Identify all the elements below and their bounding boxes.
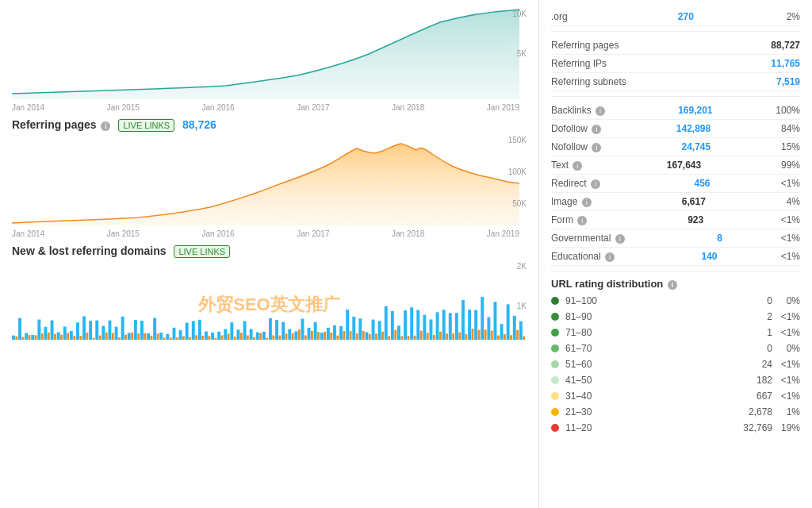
svg-rect-41: [144, 333, 146, 340]
svg-rect-108: [358, 318, 362, 340]
svg-rect-29: [105, 333, 108, 340]
top-chart-wrapper: 10K 5K: [12, 8, 527, 102]
image-info-icon[interactable]: i: [582, 198, 592, 207]
dofollow-info-icon[interactable]: i: [592, 125, 601, 134]
svg-rect-80: [269, 318, 272, 340]
svg-rect-31: [112, 333, 114, 340]
svg-rect-61: [208, 336, 210, 340]
svg-rect-97: [324, 332, 326, 340]
svg-rect-22: [82, 316, 86, 340]
url-rating-count: 2: [741, 311, 772, 322]
url-rating-info-icon[interactable]: i: [668, 280, 677, 290]
svg-rect-134: [442, 310, 446, 340]
svg-rect-113: [375, 333, 377, 340]
svg-rect-104: [346, 310, 349, 340]
svg-rect-64: [217, 332, 220, 340]
svg-rect-67: [228, 333, 230, 340]
svg-rect-20: [76, 322, 79, 340]
svg-rect-107: [356, 333, 358, 340]
referring-ips-stat: 11,765: [753, 58, 800, 69]
svg-rect-46: [159, 333, 163, 340]
org-label: .org: [551, 11, 568, 22]
svg-rect-33: [118, 337, 121, 340]
referring-pages-section: Referring pages i LIVE LINKS 88,726 150K…: [12, 118, 527, 238]
svg-rect-83: [279, 336, 282, 340]
svg-rect-15: [60, 335, 63, 340]
url-rating-count: 0: [741, 295, 772, 306]
url-rating-pct: <1%: [772, 375, 800, 386]
nofollow-info-icon[interactable]: i: [592, 143, 601, 152]
url-rating-header: URL rating distribution i: [551, 278, 800, 290]
svg-rect-56: [192, 321, 195, 340]
url-rating-dot: [551, 360, 559, 368]
svg-rect-58: [198, 320, 201, 340]
educational-info-icon[interactable]: i: [605, 252, 615, 262]
svg-rect-49: [170, 337, 172, 340]
svg-rect-77: [259, 333, 262, 340]
svg-rect-120: [397, 325, 400, 340]
x-label: Jan 2016: [202, 103, 235, 112]
svg-rect-117: [388, 336, 390, 340]
nofollow-pct: 15%: [772, 141, 800, 152]
form-value: 923: [656, 214, 703, 225]
info-icon[interactable]: i: [101, 121, 110, 131]
x-label: Jan 2014: [12, 229, 44, 238]
svg-rect-88: [294, 331, 297, 340]
svg-rect-124: [410, 307, 413, 340]
svg-rect-13: [54, 334, 56, 340]
y-label-10k: 10K: [512, 10, 527, 18]
form-info-icon[interactable]: i: [577, 216, 587, 225]
governmental-pct: <1%: [772, 233, 800, 244]
svg-rect-138: [455, 313, 458, 340]
new-lost-badge: LIVE LINKS: [174, 245, 230, 258]
svg-rect-52: [179, 330, 182, 340]
redirect-pct: <1%: [772, 178, 800, 189]
svg-rect-157: [516, 330, 519, 340]
new-lost-title: New & lost referring domains LIVE LINKS: [12, 244, 527, 257]
svg-rect-5: [29, 335, 31, 340]
url-rating-count: 0: [741, 343, 772, 354]
url-rating-count: 24: [741, 359, 772, 370]
x-label: Jan 2015: [107, 229, 140, 238]
svg-rect-8: [37, 320, 40, 340]
svg-rect-18: [70, 331, 73, 340]
nofollow-label: Nofollow i: [551, 141, 601, 152]
svg-rect-102: [339, 326, 343, 340]
svg-rect-154: [507, 304, 510, 340]
svg-rect-123: [408, 336, 410, 340]
x-label: Jan 2015: [107, 103, 140, 112]
url-rating-pct: 0%: [772, 343, 800, 354]
url-rating-pct: 0%: [772, 295, 800, 306]
governmental-info-icon[interactable]: i: [615, 234, 625, 244]
url-rating-pct: 1%: [772, 406, 800, 418]
url-rating-row: 21–30 2,678 1%: [551, 404, 800, 420]
referring-subnets-label: Referring subnets: [551, 76, 626, 87]
url-rating-row: 71–80 1 <1%: [551, 325, 800, 341]
svg-rect-26: [95, 321, 98, 340]
svg-rect-141: [465, 334, 467, 340]
svg-rect-132: [436, 312, 439, 340]
referring-subnets-stat: 7,519: [753, 76, 800, 87]
url-rating-row: 11–20 32,769 19%: [551, 420, 800, 436]
svg-rect-50: [173, 328, 176, 340]
svg-rect-27: [99, 336, 102, 340]
svg-rect-150: [494, 302, 497, 340]
redirect-info-icon[interactable]: i: [591, 179, 600, 189]
svg-rect-7: [35, 335, 37, 340]
svg-rect-75: [253, 337, 255, 340]
referring-subnets-row: Referring subnets 7,519: [551, 73, 800, 91]
referring-ips-label: Referring IPs: [551, 58, 607, 69]
svg-rect-40: [140, 321, 144, 340]
svg-rect-51: [176, 337, 178, 340]
referring-pages-value: 88,726: [182, 118, 216, 131]
y-label-2k: 2K: [517, 262, 527, 271]
svg-rect-115: [381, 332, 384, 340]
svg-rect-34: [121, 317, 124, 340]
y-label-100k: 100K: [508, 167, 527, 176]
svg-rect-140: [462, 300, 465, 340]
svg-rect-118: [391, 311, 394, 340]
svg-rect-142: [468, 310, 471, 340]
backlinks-info-icon[interactable]: i: [596, 106, 605, 116]
svg-rect-85: [285, 333, 288, 340]
text-info-icon[interactable]: i: [573, 161, 582, 171]
